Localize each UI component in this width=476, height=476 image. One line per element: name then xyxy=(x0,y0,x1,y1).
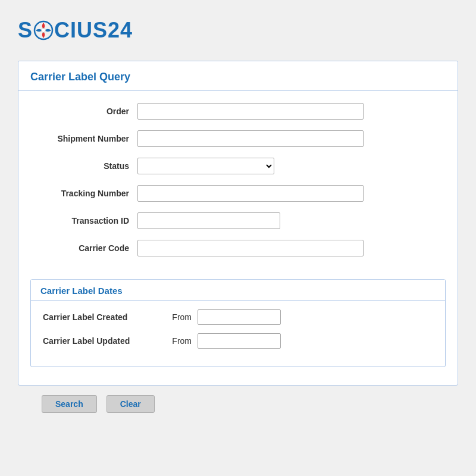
label-created-from: From xyxy=(162,312,198,322)
label-carrier-code: Carrier Code xyxy=(42,243,137,253)
input-shipment-number[interactable] xyxy=(137,130,364,147)
clear-button[interactable]: Clear xyxy=(107,395,155,413)
main-panel: Carrier Label Query Order Shipment Numbe… xyxy=(18,61,458,386)
label-tracking-number: Tracking Number xyxy=(42,189,137,198)
form-row-order: Order xyxy=(42,103,434,120)
form-area: Order Shipment Number Status Active Inac… xyxy=(18,91,458,273)
label-transaction-id: Transaction ID xyxy=(42,216,137,226)
page-wrapper: S CIUS24 Carrier Labe xyxy=(0,0,476,476)
dates-panel-title: Carrier Label Dates xyxy=(31,280,445,301)
input-transaction-id[interactable] xyxy=(137,212,280,229)
input-order[interactable] xyxy=(137,103,364,120)
input-carrier-code[interactable] xyxy=(137,240,364,256)
label-order: Order xyxy=(42,107,137,116)
logo-text-part2: CIUS24 xyxy=(54,18,133,43)
logo-icon xyxy=(33,20,54,40)
dates-form-area: Carrier Label Created From Carrier Label… xyxy=(31,301,445,349)
select-status[interactable]: Active Inactive Pending Cancelled xyxy=(137,158,274,174)
buttons-area: Search Clear xyxy=(18,386,458,413)
label-status: Status xyxy=(42,161,137,171)
dates-panel: Carrier Label Dates Carrier Label Create… xyxy=(30,279,446,367)
label-carrier-label-created: Carrier Label Created xyxy=(43,312,162,322)
form-row-transaction-id: Transaction ID xyxy=(42,212,434,229)
form-row-carrier-code: Carrier Code xyxy=(42,240,434,256)
svg-point-1 xyxy=(42,29,46,33)
input-tracking-number[interactable] xyxy=(137,185,364,202)
panel-title: Carrier Label Query xyxy=(18,61,458,91)
search-button[interactable]: Search xyxy=(42,395,97,413)
form-row-status: Status Active Inactive Pending Cancelled xyxy=(42,158,434,174)
logo-s: S xyxy=(18,18,33,43)
form-row-tracking-number: Tracking Number xyxy=(42,185,434,202)
input-updated-from[interactable] xyxy=(198,333,281,349)
dates-row-created: Carrier Label Created From xyxy=(43,309,433,325)
input-created-from[interactable] xyxy=(198,309,281,325)
dates-row-updated: Carrier Label Updated From xyxy=(43,333,433,349)
form-row-shipment-number: Shipment Number xyxy=(42,130,434,147)
logo-area: S CIUS24 xyxy=(18,12,458,49)
logo: S CIUS24 xyxy=(18,18,458,43)
label-shipment-number: Shipment Number xyxy=(42,134,137,143)
label-updated-from: From xyxy=(162,336,198,346)
label-carrier-label-updated: Carrier Label Updated xyxy=(43,336,162,346)
